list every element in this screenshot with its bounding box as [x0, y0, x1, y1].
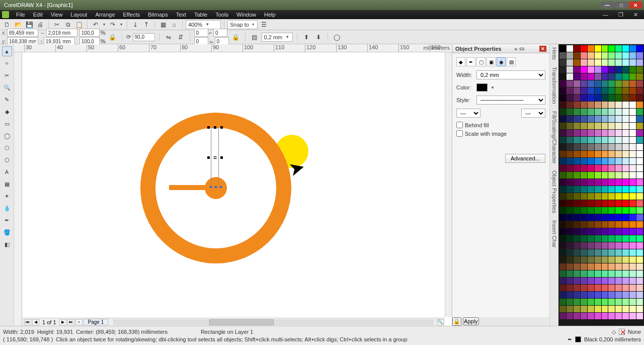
prop-tab-4[interactable]: ▤: [507, 57, 516, 66]
color-swatch[interactable]: [602, 137, 608, 143]
color-swatch[interactable]: [588, 102, 594, 108]
selection-handle[interactable]: [215, 186, 217, 188]
color-swatch[interactable]: [608, 292, 615, 298]
color-swatch[interactable]: [602, 292, 608, 298]
color-swatch[interactable]: [559, 109, 566, 115]
color-swatch[interactable]: [567, 109, 573, 115]
color-swatch[interactable]: [581, 87, 587, 94]
color-swatch[interactable]: [559, 270, 566, 277]
prop-tab-1[interactable]: ▢: [476, 57, 486, 66]
color-swatch[interactable]: [559, 221, 566, 228]
color-swatch[interactable]: [574, 73, 580, 80]
fill-tool[interactable]: 🪣: [2, 227, 12, 237]
color-swatch[interactable]: [608, 249, 615, 256]
color-swatch[interactable]: [567, 242, 573, 249]
color-swatch[interactable]: [602, 172, 608, 178]
color-swatch[interactable]: [608, 278, 615, 284]
color-swatch[interactable]: [622, 221, 629, 228]
color-swatch[interactable]: [615, 214, 622, 221]
color-swatch[interactable]: [574, 285, 580, 291]
color-swatch[interactable]: [588, 256, 594, 263]
add-page-button[interactable]: ＋: [75, 319, 83, 325]
outline-width-select[interactable]: 0,2 mm: [476, 70, 545, 79]
color-swatch[interactable]: [636, 263, 643, 270]
color-swatch[interactable]: [588, 123, 594, 129]
color-swatch[interactable]: [629, 207, 636, 214]
vertical-scrollbar[interactable]: [445, 52, 452, 317]
color-swatch[interactable]: [574, 130, 580, 136]
color-swatch[interactable]: [629, 221, 636, 228]
color-swatch[interactable]: [574, 249, 580, 256]
export-button[interactable]: ⤒: [141, 20, 151, 29]
color-swatch[interactable]: [567, 228, 573, 235]
color-swatch[interactable]: [615, 256, 622, 263]
color-swatch[interactable]: [636, 172, 643, 178]
color-swatch[interactable]: [588, 144, 594, 150]
menu-bitmaps[interactable]: Bitmaps: [144, 12, 172, 18]
color-swatch[interactable]: [629, 263, 636, 270]
color-swatch[interactable]: [636, 200, 643, 207]
selection-center[interactable]: [214, 156, 216, 159]
window-maximize[interactable]: □: [615, 2, 628, 9]
color-swatch[interactable]: [567, 179, 573, 186]
outline-swatch[interactable]: [575, 336, 581, 342]
color-swatch[interactable]: [602, 228, 608, 235]
color-swatch[interactable]: [608, 59, 615, 66]
color-swatch[interactable]: [567, 285, 573, 291]
color-swatch[interactable]: [567, 172, 573, 178]
color-swatch[interactable]: [588, 95, 594, 101]
color-swatch[interactable]: [615, 151, 622, 157]
color-swatch[interactable]: [602, 109, 608, 115]
color-swatch[interactable]: [574, 66, 580, 73]
color-swatch[interactable]: [588, 59, 594, 66]
color-swatch[interactable]: [615, 207, 622, 214]
color-swatch[interactable]: [629, 144, 636, 150]
color-swatch[interactable]: [559, 123, 566, 129]
color-swatch[interactable]: [602, 313, 608, 319]
color-swatch[interactable]: [595, 207, 601, 214]
color-swatch[interactable]: [629, 292, 636, 298]
color-swatch[interactable]: [636, 242, 643, 249]
color-swatch[interactable]: [595, 270, 601, 277]
color-swatch[interactable]: [581, 214, 587, 221]
color-swatch[interactable]: [629, 137, 636, 143]
color-swatch[interactable]: [622, 214, 629, 221]
color-swatch[interactable]: [588, 270, 594, 277]
color-swatch[interactable]: [602, 221, 608, 228]
color-swatch[interactable]: [574, 116, 580, 122]
color-swatch[interactable]: [574, 214, 580, 221]
color-swatch[interactable]: [629, 285, 636, 291]
color-swatch[interactable]: [581, 285, 587, 291]
color-swatch[interactable]: [622, 109, 629, 115]
color-swatch[interactable]: [581, 116, 587, 122]
color-swatch[interactable]: [602, 144, 608, 150]
color-swatch[interactable]: [595, 299, 601, 305]
color-swatch[interactable]: [574, 263, 580, 270]
ellipse-tool[interactable]: ◯: [2, 131, 12, 141]
color-swatch[interactable]: [636, 179, 643, 186]
color-swatch[interactable]: [636, 123, 643, 129]
color-swatch[interactable]: [629, 313, 636, 319]
end-arrow-select[interactable]: —: [521, 109, 545, 118]
color-swatch[interactable]: [559, 158, 566, 164]
horizontal-ruler[interactable]: millimeters 3040506070809010011012013014…: [14, 44, 452, 52]
color-swatch[interactable]: [559, 256, 566, 263]
color-swatch[interactable]: [615, 73, 622, 80]
color-swatch[interactable]: [622, 80, 629, 87]
color-swatch[interactable]: [559, 102, 566, 108]
color-swatch[interactable]: [622, 249, 629, 256]
color-swatch[interactable]: [615, 228, 622, 235]
color-swatch[interactable]: [629, 179, 636, 186]
prop-tab-3[interactable]: ◉: [497, 57, 506, 66]
color-swatch[interactable]: [559, 242, 566, 249]
color-swatch[interactable]: [581, 249, 587, 256]
color-swatch[interactable]: [588, 109, 594, 115]
color-swatch[interactable]: [615, 193, 622, 200]
fill-swatch[interactable]: ✕: [619, 329, 625, 335]
outline-color-button[interactable]: [476, 83, 488, 92]
color-swatch[interactable]: [615, 299, 622, 305]
selection-handle[interactable]: [220, 156, 223, 159]
rectangle-tool[interactable]: ▭: [2, 119, 12, 129]
color-swatch[interactable]: [559, 165, 566, 171]
scale-with-image-checkbox[interactable]: [456, 130, 463, 137]
